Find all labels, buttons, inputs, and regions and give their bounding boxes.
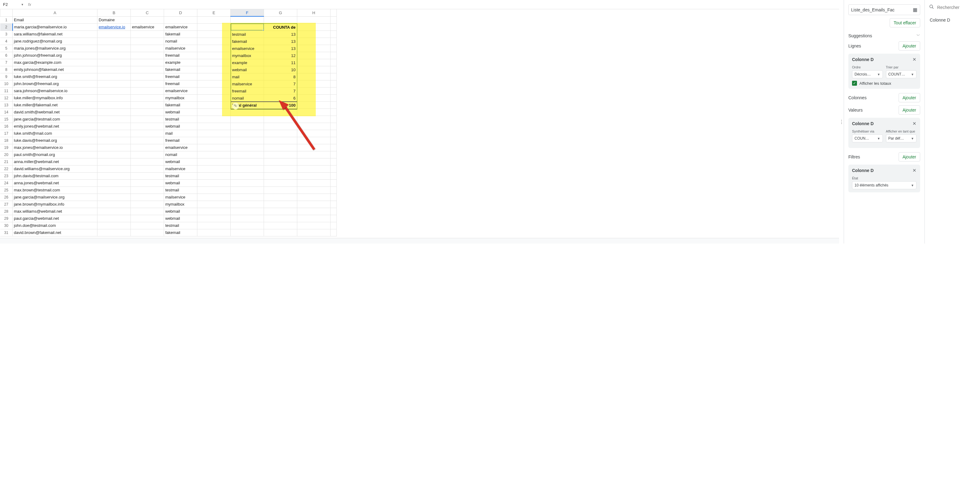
- cell[interactable]: jane.rodriguez@nomail.org: [13, 38, 97, 45]
- cell[interactable]: [97, 137, 131, 144]
- cell[interactable]: [297, 123, 331, 130]
- cell[interactable]: [131, 108, 164, 116]
- cell[interactable]: anna.miller@webmail.net: [13, 158, 97, 165]
- cell[interactable]: [331, 87, 337, 94]
- synthesize-dropdown[interactable]: COUN…▼: [852, 134, 883, 143]
- pivot-row-label[interactable]: mymailbox: [231, 52, 264, 59]
- cell[interactable]: [197, 229, 231, 236]
- cell[interactable]: [231, 222, 264, 229]
- cell[interactable]: [97, 52, 131, 59]
- cell[interactable]: [197, 172, 231, 179]
- cell[interactable]: [131, 102, 164, 108]
- cell[interactable]: [297, 194, 331, 201]
- row-header[interactable]: 24: [0, 179, 13, 187]
- pivot-row-label[interactable]: emailservice: [231, 45, 264, 52]
- cell[interactable]: [131, 215, 164, 222]
- cell[interactable]: [264, 165, 297, 172]
- cell[interactable]: anna.jones@webmail.net: [13, 179, 97, 187]
- pivot-row-label[interactable]: freemail: [231, 87, 264, 95]
- cell[interactable]: freemail: [164, 80, 197, 87]
- row-header[interactable]: 29: [0, 215, 13, 222]
- cell[interactable]: [131, 179, 164, 187]
- column-header[interactable]: [331, 9, 337, 16]
- cell[interactable]: [231, 229, 264, 236]
- cell[interactable]: max.jones@emailservice.io: [13, 144, 97, 151]
- cell[interactable]: [297, 80, 331, 87]
- pivot-row-label[interactable]: webmail: [231, 66, 264, 73]
- cell[interactable]: [131, 123, 164, 130]
- field-search-input[interactable]: [937, 5, 976, 10]
- cell[interactable]: [297, 45, 331, 52]
- cell[interactable]: [231, 165, 264, 172]
- cell[interactable]: [264, 16, 297, 24]
- cell[interactable]: [131, 52, 164, 59]
- cell[interactable]: [131, 45, 164, 52]
- cell[interactable]: david.smith@webmail.net: [13, 108, 97, 116]
- row-header[interactable]: 8: [0, 66, 13, 73]
- cell[interactable]: [197, 24, 231, 30]
- cell[interactable]: example: [164, 59, 197, 66]
- cell[interactable]: john.brown@freemail.org: [13, 80, 97, 87]
- cell[interactable]: freemail: [164, 137, 197, 144]
- row-header[interactable]: 25: [0, 187, 13, 194]
- row-header[interactable]: 11: [0, 87, 13, 94]
- cell[interactable]: [97, 116, 131, 123]
- show-totals-checkbox-row[interactable]: ✓ Afficher les totaux: [852, 81, 916, 86]
- cell[interactable]: [297, 187, 331, 194]
- pivot-row-value[interactable]: 7: [264, 81, 297, 87]
- row-header[interactable]: 10: [0, 80, 13, 87]
- cell[interactable]: luke.smith@mail.com: [13, 130, 97, 137]
- row-header[interactable]: 5: [0, 45, 13, 52]
- order-dropdown[interactable]: Décrois…▼: [852, 70, 883, 78]
- cell[interactable]: emailservice: [131, 24, 164, 30]
- cell[interactable]: [97, 66, 131, 73]
- cell[interactable]: [297, 151, 331, 158]
- cell[interactable]: [331, 201, 337, 208]
- cell[interactable]: [131, 30, 164, 38]
- cell[interactable]: [297, 24, 331, 30]
- cell[interactable]: webmail: [164, 215, 197, 222]
- cell[interactable]: [297, 73, 331, 80]
- cell[interactable]: [331, 137, 337, 144]
- cell[interactable]: nomail: [164, 38, 197, 45]
- cell[interactable]: [264, 201, 297, 208]
- cell[interactable]: [264, 179, 297, 187]
- cell[interactable]: [331, 215, 337, 222]
- cell[interactable]: webmail: [164, 208, 197, 215]
- panel-resize-handle[interactable]: ⋮: [839, 0, 844, 243]
- values-add-button[interactable]: Ajouter: [899, 105, 920, 115]
- row-header[interactable]: 22: [0, 165, 13, 172]
- row-header[interactable]: 15: [0, 116, 13, 123]
- cell[interactable]: [331, 208, 337, 215]
- pivot-row-value[interactable]: 8: [264, 73, 297, 81]
- cell[interactable]: testmail: [164, 222, 197, 229]
- cell[interactable]: [97, 165, 131, 172]
- cell[interactable]: fakemail: [164, 66, 197, 73]
- row-header[interactable]: 18: [0, 137, 13, 144]
- cell[interactable]: [264, 187, 297, 194]
- cell[interactable]: [264, 137, 297, 144]
- cell[interactable]: emily.johnson@fakemail.net: [13, 66, 97, 73]
- cell[interactable]: [231, 151, 264, 158]
- cell[interactable]: [264, 215, 297, 222]
- cell[interactable]: testmail: [164, 116, 197, 123]
- pivot-row-value[interactable]: 6: [264, 95, 297, 102]
- pivot-row-value[interactable]: 11: [264, 59, 297, 66]
- checkbox-checked-icon[interactable]: ✓: [852, 81, 857, 86]
- cell[interactable]: Email: [13, 16, 97, 24]
- cell[interactable]: [231, 208, 264, 215]
- cell[interactable]: [197, 215, 231, 222]
- cell[interactable]: freemail: [164, 52, 197, 59]
- cell[interactable]: [197, 144, 231, 151]
- cell[interactable]: luke.miller@mymailbox.info: [13, 94, 97, 102]
- cell[interactable]: jane.garcia@testmail.com: [13, 116, 97, 123]
- cell[interactable]: [264, 108, 297, 116]
- cell[interactable]: [331, 158, 337, 165]
- cell[interactable]: [231, 158, 264, 165]
- cell[interactable]: [264, 208, 297, 215]
- cell[interactable]: [197, 16, 231, 24]
- cell[interactable]: emailservice: [164, 24, 197, 30]
- cell[interactable]: john.johnson@freemail.org: [13, 52, 97, 59]
- cell[interactable]: [297, 94, 331, 102]
- cell[interactable]: [97, 144, 131, 151]
